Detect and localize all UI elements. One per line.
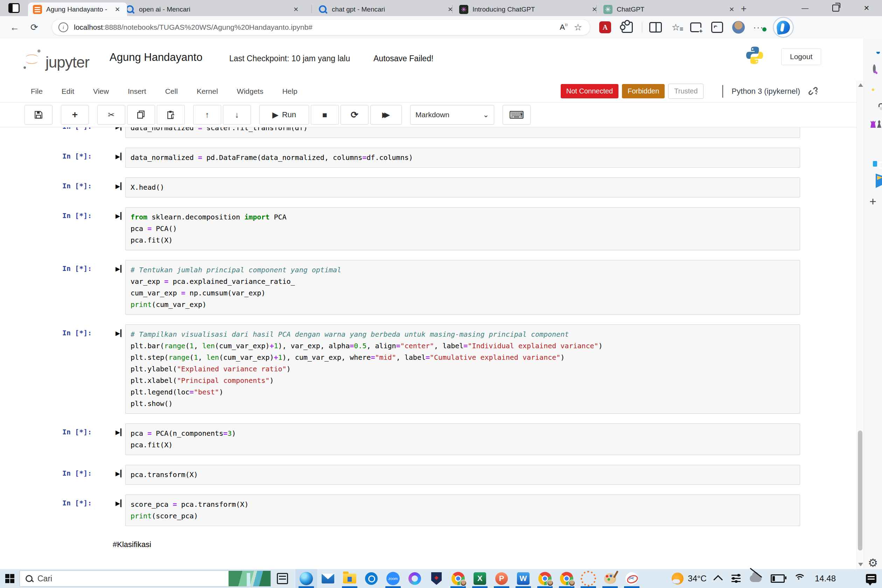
- code-cell[interactable]: In [*]:▶X.head(): [0, 177, 800, 197]
- action-center-icon[interactable]: [866, 574, 876, 583]
- clock[interactable]: 14.48: [815, 574, 836, 584]
- browser-essentials-icon[interactable]: [711, 22, 723, 33]
- volume-mixer-icon[interactable]: [732, 575, 741, 582]
- tab-close-icon[interactable]: ✕: [446, 5, 455, 14]
- trusted-badge[interactable]: Trusted: [668, 84, 704, 99]
- favorite-star-icon[interactable]: ☆: [574, 22, 582, 33]
- taskbar-mail[interactable]: [317, 569, 339, 588]
- taskbar-word[interactable]: W: [512, 569, 534, 588]
- save-button[interactable]: [24, 105, 52, 124]
- tab-close-icon[interactable]: ✕: [113, 5, 122, 14]
- copy-cell-button[interactable]: [127, 105, 155, 124]
- task-view-button[interactable]: [273, 573, 292, 584]
- code-cell[interactable]: In [*]:▶score_pca = pca.transform(X)prin…: [0, 495, 800, 526]
- tab-chatgpt[interactable]: ✳ ChatGPT ✕: [598, 3, 741, 16]
- cut-cell-button[interactable]: ✂: [97, 105, 125, 124]
- tab-openai-search[interactable]: open ai - Mencari ✕: [121, 3, 306, 16]
- read-aloud-icon[interactable]: A: [560, 23, 568, 32]
- jupyter-logo[interactable]: jupyter: [22, 48, 89, 70]
- back-button[interactable]: ←: [5, 22, 24, 33]
- profile-avatar[interactable]: [732, 21, 745, 34]
- paste-cell-button[interactable]: [157, 105, 185, 124]
- favorites-hub-icon[interactable]: ☆: [672, 22, 680, 33]
- url-text[interactable]: localhost:8888/notebooks/TUGAS%20WS/Agun…: [74, 23, 554, 32]
- tab-introducing-chatgpt[interactable]: ✳ Introducing ChatGPT ✕: [454, 3, 604, 16]
- notebook-title[interactable]: Agung Handayanto: [110, 51, 202, 64]
- taskbar-chrome-2[interactable]: [534, 569, 556, 588]
- split-screen-icon[interactable]: [649, 22, 662, 33]
- site-info-icon[interactable]: i: [58, 22, 68, 32]
- cell-input[interactable]: data_normalized = pd.DataFrame(data_norm…: [125, 148, 800, 168]
- tab-actions-button[interactable]: [5, 2, 23, 14]
- restart-run-all-button[interactable]: ▶▶: [370, 105, 402, 124]
- taskbar-chrome-3[interactable]: [556, 569, 578, 588]
- restart-kernel-button[interactable]: ⟳: [340, 105, 369, 124]
- scrollbar-thumb[interactable]: [858, 430, 862, 550]
- tab-jupyter[interactable]: Agung Handayanto - Jupy ✕: [28, 3, 127, 16]
- bing-daily-image[interactable]: [228, 571, 270, 586]
- refresh-button[interactable]: ⟳: [24, 22, 44, 33]
- taskbar-search-box[interactable]: Cari: [20, 570, 271, 586]
- sidebar-settings-gear-icon[interactable]: ⚙: [868, 557, 878, 568]
- cell-input[interactable]: score_pca = pca.transform(X)print(score_…: [125, 495, 800, 526]
- menu-widgets[interactable]: Widgets: [237, 87, 264, 96]
- page-scrollbar[interactable]: [856, 81, 864, 569]
- taskbar-loop-app[interactable]: [404, 569, 426, 588]
- move-cell-up-button[interactable]: ↑: [193, 105, 221, 124]
- code-cell[interactable]: In [*]:▶from sklearn.decomposition impor…: [0, 207, 800, 250]
- code-cell[interactable]: In [ ]:▶data_normalized = scaler.fit_tra…: [0, 128, 800, 138]
- scroll-down-arrow[interactable]: [858, 563, 863, 566]
- cell-input[interactable]: X.head(): [125, 177, 800, 197]
- menu-view[interactable]: View: [93, 87, 109, 96]
- minimize-button[interactable]: —: [790, 0, 820, 16]
- move-cell-down-button[interactable]: ↓: [223, 105, 251, 124]
- onedrive-offline-icon[interactable]: [750, 575, 762, 582]
- command-palette-button[interactable]: ⌨: [502, 105, 531, 124]
- drop-icon[interactable]: [876, 174, 882, 188]
- cell-input[interactable]: data_normalized = scaler.fit_transform(d…: [125, 128, 800, 138]
- cell-input[interactable]: pca = PCA(n_components=3)pca.fit(X): [125, 423, 800, 455]
- cell-input[interactable]: # Tentukan jumlah principal component ya…: [125, 260, 800, 315]
- taskbar-jupyter-app[interactable]: [578, 569, 599, 588]
- add-cell-button[interactable]: +: [61, 105, 89, 124]
- cell-input[interactable]: pca.transform(X): [125, 465, 800, 485]
- code-cell[interactable]: In [*]:▶data_normalized = pd.DataFrame(d…: [0, 148, 800, 168]
- taskbar-shield-app[interactable]: [426, 569, 447, 588]
- taskbar-excel[interactable]: X: [469, 569, 491, 588]
- interrupt-kernel-button[interactable]: ■: [311, 105, 339, 124]
- restore-button[interactable]: [820, 0, 851, 16]
- menu-edit[interactable]: Edit: [62, 87, 74, 96]
- tab-close-icon[interactable]: ✕: [727, 5, 736, 14]
- tab-close-icon[interactable]: ✕: [291, 5, 301, 14]
- menu-insert[interactable]: Insert: [128, 87, 146, 96]
- taskbar-file-explorer[interactable]: [339, 569, 360, 588]
- menu-help[interactable]: Help: [282, 87, 297, 96]
- menu-kernel[interactable]: Kernel: [197, 87, 218, 96]
- code-cell[interactable]: In [*]:▶# Tampilkan visualisasi dari has…: [0, 324, 800, 414]
- run-button[interactable]: ▶ Run: [260, 105, 309, 124]
- sidebar-search-icon[interactable]: [873, 64, 876, 73]
- wifi-icon[interactable]: [794, 574, 806, 583]
- tab-chatgpt-search[interactable]: chat gpt - Mencari ✕: [314, 3, 460, 16]
- new-tab-button[interactable]: +: [737, 3, 751, 15]
- scroll-up-arrow[interactable]: [858, 83, 863, 87]
- taskbar-chrome-1[interactable]: [447, 569, 469, 588]
- cell-input[interactable]: # Tampilkan visualisasi dari hasil PCA d…: [125, 324, 800, 414]
- logout-button[interactable]: Logout: [781, 48, 821, 65]
- collections-icon[interactable]: [690, 22, 701, 32]
- address-bar[interactable]: i localhost:8888/notebooks/TUGAS%20WS/Ag…: [52, 19, 590, 35]
- battery-icon[interactable]: [771, 574, 785, 583]
- tab-close-icon[interactable]: ✕: [590, 5, 599, 14]
- menu-cell[interactable]: Cell: [165, 87, 178, 96]
- weather-widget[interactable]: 34°C: [672, 573, 706, 585]
- code-cell[interactable]: In [*]:▶pca.transform(X): [0, 465, 800, 485]
- taskbar-powerpoint[interactable]: P: [491, 569, 512, 588]
- markdown-cell[interactable]: #Klasifikasi: [0, 540, 857, 549]
- menu-file[interactable]: File: [31, 87, 43, 96]
- taskbar-edge[interactable]: [296, 569, 317, 588]
- close-window-button[interactable]: ✕: [851, 0, 882, 16]
- taskbar-zoom[interactable]: zoom: [382, 569, 404, 588]
- settings-more-icon[interactable]: ···: [753, 22, 764, 32]
- taskbar-blue-app[interactable]: [360, 569, 382, 588]
- cell-type-select[interactable]: Markdown ⌄: [410, 105, 494, 124]
